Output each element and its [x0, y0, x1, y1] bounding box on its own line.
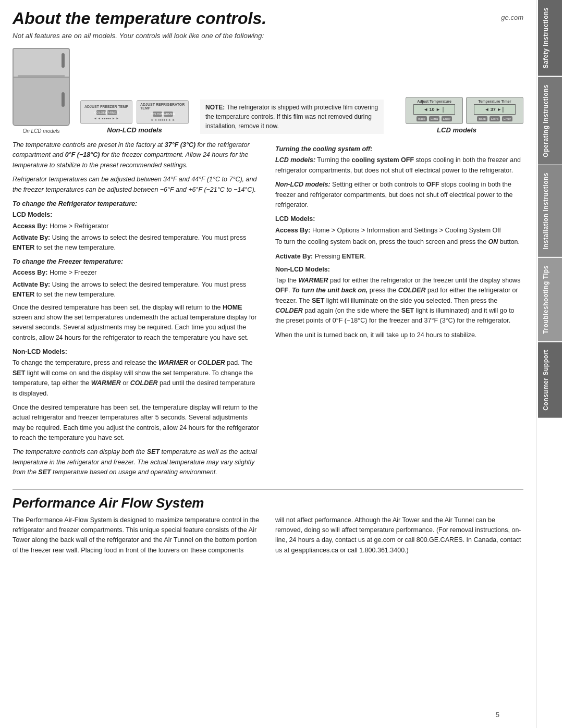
note-text: The refrigerator is shipped with protect…	[205, 104, 378, 130]
performance-right-p: will not affect performance. Although th…	[275, 515, 523, 556]
sidebar-tab-installation[interactable]: Installation Instructions	[538, 165, 562, 257]
page-number: 5	[496, 711, 499, 719]
lcd-cooling-on: To turn the cooling system back on, pres…	[275, 237, 523, 247]
left-column: The temperature controls are preset in t…	[13, 140, 261, 482]
non-lcd-panel-1: ADJUST FREEZER TEMP COLDER WARMER ◄ ◄ ●●…	[80, 100, 132, 124]
lcd-access: Access By: Home > Options > Information …	[275, 226, 523, 236]
performance-left: The Performance Air-Flow System is desig…	[13, 515, 261, 560]
non-lcd-heading2: Non-LCD Models:	[275, 265, 523, 275]
non-lcd-panel-2: ADJUST REFRIGERATOR TEMP COLDER WARMER ◄…	[137, 100, 189, 124]
italic-note: The temperature controls can display bot…	[13, 447, 261, 477]
performance-two-col: The Performance Air-Flow System is desig…	[13, 515, 523, 560]
ge-logo: ge.com	[501, 14, 523, 21]
lcd-models-heading: LCD Models:	[275, 214, 523, 224]
sidebar-tab-consumer[interactable]: Consumer Support	[538, 342, 562, 418]
fz-activate: Activate By: Using the arrows to select …	[13, 280, 261, 300]
fridge-illustration: On LCD models	[13, 48, 70, 134]
intro-p2: Refrigerator temperatures can be adjuste…	[13, 175, 261, 195]
cooling-heading: Turning the cooling system off:	[275, 144, 523, 154]
non-lcd-heading1: Non-LCD Models:	[13, 347, 261, 357]
performance-title: Performance Air Flow System	[13, 495, 523, 511]
performance-left-p: The Performance Air-Flow System is desig…	[13, 515, 261, 556]
sidebar-tabs: Safety Instructions Operating Instructio…	[536, 0, 563, 728]
images-section: On LCD models ADJUST FREEZER TEMP COLDER…	[13, 48, 523, 134]
fz-temp-heading: To change the Freezer temperature:	[13, 257, 261, 267]
ref-activate: Activate By: Using the arrows to select …	[13, 233, 261, 253]
non-lcd-p1: To change the temperature, press and rel…	[13, 358, 261, 399]
non-lcd-p2: Once the desired temperature has been se…	[13, 403, 261, 443]
two-col-content: The temperature controls are preset in t…	[13, 140, 523, 482]
non-lcd-label: Non-LCD models	[107, 126, 162, 134]
section-divider	[13, 489, 523, 490]
fridge-caption: On LCD models	[22, 128, 59, 134]
page-header: About the temperature controls. ge.com	[13, 9, 523, 28]
lcd-cooling-p: LCD models: Turning the cooling system O…	[275, 155, 523, 176]
page-title: About the temperature controls.	[13, 9, 266, 28]
note-label: NOTE:	[205, 104, 225, 111]
lcd-label: LCD models	[437, 126, 476, 134]
non-lcd-stabilize: When the unit is turned back on, it will…	[275, 330, 523, 340]
ref-lcd-heading: LCD Models:	[13, 210, 261, 220]
ref-temp-heading: To change the Refrigerator temperature:	[13, 199, 261, 209]
sidebar-tab-safety[interactable]: Safety Instructions	[538, 0, 562, 76]
right-column: Turning the cooling system off: LCD mode…	[275, 140, 523, 482]
once-set-p1: Once the desired temperature has been se…	[13, 303, 261, 343]
lcd-panel-1: Adjust Temperature ◄ 10 ► ║ Back Extra E…	[406, 97, 463, 124]
lcd-activate: Activate By: Pressing ENTER.	[275, 252, 523, 262]
performance-right: will not affect performance. Although th…	[275, 515, 523, 560]
non-lcd-group: ADJUST FREEZER TEMP COLDER WARMER ◄ ◄ ●●…	[80, 100, 189, 134]
fz-access: Access By: Home > Freezer	[13, 268, 261, 278]
lcd-group: Adjust Temperature ◄ 10 ► ║ Back Extra E…	[390, 97, 523, 134]
intro-p1: The temperature controls are preset in t…	[13, 140, 261, 170]
note-box: NOTE: The refrigerator is shipped with p…	[200, 100, 384, 134]
information-settings-text: Information and Settings	[367, 227, 438, 234]
sidebar-tab-operating[interactable]: Operating Instructions	[538, 77, 562, 165]
ref-access: Access By: Home > Refrigerator	[13, 221, 261, 231]
subtitle: Not all features are on all models. Your…	[13, 31, 523, 42]
sidebar-tab-troubleshooting[interactable]: Troubleshooting Tips	[538, 258, 562, 341]
non-lcd-cooling-p: Non-LCD models: Setting either or both c…	[275, 180, 523, 210]
lcd-panel-2: Temperature Timer ◄ 37 ►║ Back Extra Ent…	[466, 97, 523, 124]
non-lcd-cooling-detail: Tap the WARMER pad for either the refrig…	[275, 276, 523, 326]
